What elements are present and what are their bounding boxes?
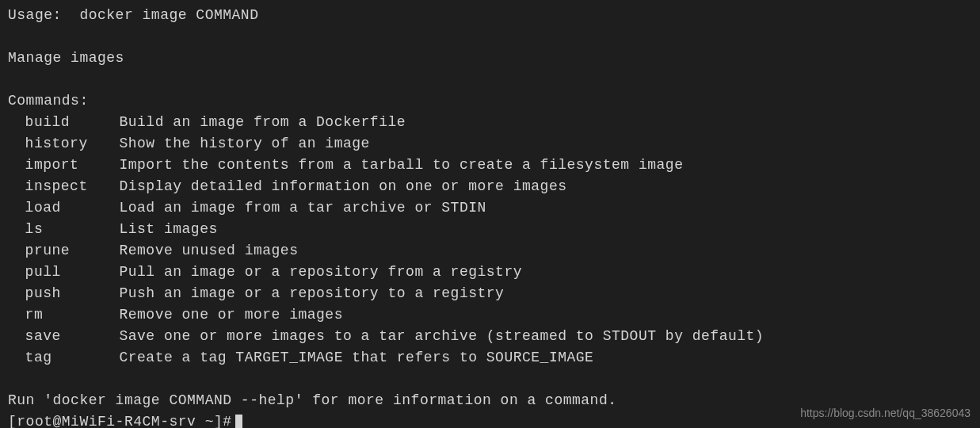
cursor-icon: [235, 415, 242, 429]
command-name: load: [8, 197, 119, 219]
command-name: inspect: [8, 176, 119, 197]
command-description: Show the history of an image: [119, 133, 972, 155]
commands-list: buildBuild an image from a Dockerfilehis…: [8, 112, 972, 369]
command-description: Display detailed information on one or m…: [119, 176, 972, 197]
command-row: pullPull an image or a repository from a…: [8, 262, 972, 283]
command-description: Load an image from a tar archive or STDI…: [119, 197, 972, 219]
command-row: loadLoad an image from a tar archive or …: [8, 197, 972, 219]
blank-line: [8, 69, 972, 90]
command-row: buildBuild an image from a Dockerfile: [8, 112, 972, 133]
command-description: Push an image or a repository to a regis…: [119, 283, 972, 304]
command-name: save: [8, 326, 119, 347]
prompt-text: [root@MiWiFi-R4CM-srv ~]#: [8, 411, 232, 428]
command-row: pruneRemove unused images: [8, 240, 972, 262]
command-description: Remove unused images: [119, 240, 972, 262]
command-row: pushPush an image or a repository to a r…: [8, 283, 972, 304]
command-description: Import the contents from a tarball to cr…: [119, 155, 972, 176]
command-row: rmRemove one or more images: [8, 304, 972, 326]
command-name: ls: [8, 219, 119, 240]
command-name: import: [8, 155, 119, 176]
command-row: inspectDisplay detailed information on o…: [8, 176, 972, 197]
command-description: Build an image from a Dockerfile: [119, 112, 972, 133]
command-name: build: [8, 112, 119, 133]
blank-line: [8, 369, 972, 390]
command-description: Remove one or more images: [119, 304, 972, 326]
blank-line: [8, 26, 972, 48]
command-row: historyShow the history of an image: [8, 133, 972, 155]
usage-line: Usage: docker image COMMAND: [8, 5, 972, 26]
command-description: Save one or more images to a tar archive…: [119, 326, 972, 347]
command-row: tagCreate a tag TARGET_IMAGE that refers…: [8, 347, 972, 369]
command-name: pull: [8, 262, 119, 283]
command-name: push: [8, 283, 119, 304]
command-row: importImport the contents from a tarball…: [8, 155, 972, 176]
watermark-text: https://blog.csdn.net/qq_38626043: [800, 405, 970, 422]
description-line: Manage images: [8, 48, 972, 69]
command-description: Create a tag TARGET_IMAGE that refers to…: [119, 347, 972, 369]
command-row: lsList images: [8, 219, 972, 240]
command-name: tag: [8, 347, 119, 369]
command-name: prune: [8, 240, 119, 262]
command-description: List images: [119, 219, 972, 240]
command-name: history: [8, 133, 119, 155]
commands-header: Commands:: [8, 90, 972, 112]
command-name: rm: [8, 304, 119, 326]
command-description: Pull an image or a repository from a reg…: [119, 262, 972, 283]
command-row: saveSave one or more images to a tar arc…: [8, 326, 972, 347]
